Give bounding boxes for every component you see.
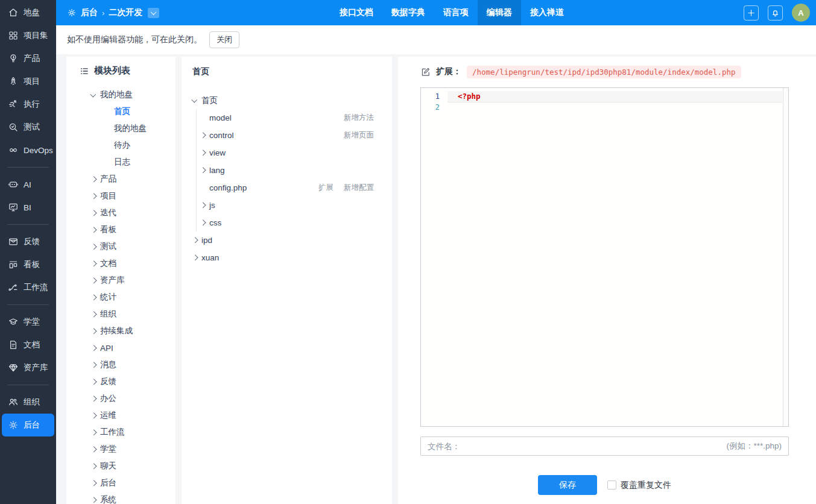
module-tree-item[interactable]: 聊天 <box>66 458 176 474</box>
module-tree-item[interactable]: 首页 <box>66 103 176 120</box>
file-tree-item[interactable]: control 新增页面 <box>197 127 392 144</box>
tab-integrate[interactable]: 接入禅道 <box>521 0 573 25</box>
overwrite-option[interactable]: 覆盖重复文件 <box>607 480 671 491</box>
monitor-icon <box>8 202 19 213</box>
notice-close-button[interactable]: 关闭 <box>209 31 239 48</box>
sidebar-item-feedback[interactable]: 反馈 <box>0 230 56 253</box>
sidebar-item-bi[interactable]: BI <box>0 196 56 219</box>
file-tree-item[interactable]: css <box>197 214 392 232</box>
sidebar-item-execution[interactable]: 执行 <box>0 93 56 116</box>
file-tree-item[interactable]: xuan <box>182 249 392 266</box>
module-tree-item[interactable]: 反馈 <box>66 373 176 390</box>
code-line[interactable]: 2 <box>421 102 788 113</box>
school-icon <box>8 317 19 327</box>
module-tree-item[interactable]: 工作流 <box>66 424 176 441</box>
file-tree: 首页 model 新增方法 <box>182 92 392 266</box>
module-tree-item[interactable]: 办公 <box>66 390 176 407</box>
save-button[interactable]: 保存 <box>538 475 597 495</box>
sidebar-item-ai[interactable]: AI <box>0 173 56 196</box>
module-tree-label: API <box>100 344 113 353</box>
file-tree-root[interactable]: 首页 <box>182 92 392 109</box>
module-tree-item[interactable]: 待办 <box>66 137 176 154</box>
sidebar-item-program[interactable]: 项目集 <box>0 24 56 47</box>
grid-icon <box>8 30 19 41</box>
breadcrumb-dropdown-toggle[interactable] <box>148 8 159 18</box>
sidebar-item-school[interactable]: 学堂 <box>0 310 56 333</box>
module-tree-item[interactable]: 迭代 <box>66 204 176 221</box>
code-line[interactable]: 1 <?php <box>421 91 788 102</box>
sidebar-divider <box>7 224 49 225</box>
sidebar-item-devops[interactable]: DevOps <box>0 139 56 162</box>
module-tree-item[interactable]: 我的地盘 <box>66 86 176 103</box>
tab-editor[interactable]: 编辑器 <box>478 0 521 25</box>
tree-chevron-icon <box>200 168 209 172</box>
module-tree-item[interactable]: 产品 <box>66 171 176 187</box>
breadcrumb-current[interactable]: 二次开发 <box>109 7 142 18</box>
file-tree-item[interactable]: model 新增方法 <box>197 109 392 127</box>
tree-action-link[interactable]: 新增页面 <box>344 130 374 140</box>
file-tree-item[interactable]: config.php 扩展 新增配置 <box>197 179 392 197</box>
sidebar-item-doc[interactable]: 文档 <box>0 333 56 356</box>
create-button[interactable] <box>744 5 759 20</box>
filename-input[interactable] <box>428 442 726 451</box>
module-tree-item[interactable]: 学堂 <box>66 441 176 458</box>
editor-scrollbar[interactable] <box>783 88 788 426</box>
sidebar-item-workflow[interactable]: 工作流 <box>0 276 56 299</box>
sidebar-item-dashboard[interactable]: 地盘 <box>0 1 56 24</box>
file-tree-item[interactable]: lang <box>197 162 392 179</box>
module-tree-item[interactable]: 看板 <box>66 221 176 238</box>
file-tree-actions: 新增页面 <box>344 130 374 140</box>
module-tree-item[interactable]: 持续集成 <box>66 323 176 339</box>
module-tree-item[interactable]: 文档 <box>66 255 176 272</box>
module-tree-item[interactable]: 运维 <box>66 407 176 424</box>
notifications-button[interactable] <box>768 5 783 20</box>
tree-chevron-icon <box>91 498 100 502</box>
tab-lang-items[interactable]: 语言项 <box>434 0 478 25</box>
file-tree-label: 首页 <box>201 95 218 106</box>
sidebar-item-admin[interactable]: 后台 <box>2 414 54 436</box>
module-tree-item[interactable]: 系统 <box>66 491 176 504</box>
tree-chevron-icon <box>91 228 100 232</box>
module-tree: 我的地盘 首页 我的地盘 <box>66 86 176 504</box>
tree-action-link[interactable]: 新增方法 <box>344 113 374 123</box>
file-tree-item[interactable]: ipd <box>182 232 392 249</box>
module-tree-item[interactable]: 后台 <box>66 474 176 491</box>
sidebar-item-project[interactable]: 项目 <box>0 70 56 93</box>
tree-chevron-icon <box>91 430 100 435</box>
file-tree-item[interactable]: js <box>197 197 392 214</box>
tree-chevron-icon <box>192 99 201 102</box>
module-tree-item[interactable]: 组织 <box>66 306 176 323</box>
overwrite-checkbox[interactable] <box>607 480 616 490</box>
tree-action-link[interactable]: 扩展 <box>318 183 334 193</box>
sidebar-item-organization[interactable]: 组织 <box>0 391 56 414</box>
sidebar-item-kanban[interactable]: 看板 <box>0 253 56 276</box>
tab-api-doc[interactable]: 接口文档 <box>331 0 382 25</box>
tree-chevron-icon <box>91 464 100 468</box>
module-tree-item[interactable]: 消息 <box>66 356 176 373</box>
sidebar-item-label: 执行 <box>24 99 40 110</box>
tab-data-dict[interactable]: 数据字典 <box>382 0 434 25</box>
module-tree-item[interactable]: API <box>66 339 176 356</box>
rocket-icon <box>8 76 19 87</box>
module-tree-label: 产品 <box>100 174 116 184</box>
tree-chevron-icon <box>200 133 209 137</box>
sidebar-item-product[interactable]: 产品 <box>0 47 56 70</box>
module-tree-item[interactable]: 项目 <box>66 187 176 204</box>
avatar[interactable]: A <box>792 4 810 22</box>
module-tree-item[interactable]: 我的地盘 <box>66 120 176 137</box>
bulb-icon <box>8 53 19 64</box>
module-tree-label: 学堂 <box>100 444 116 455</box>
line-code: <?php <box>448 91 782 102</box>
module-tree-item[interactable]: 资产库 <box>66 272 176 289</box>
sidebar-item-testing[interactable]: 测试 <box>0 116 56 139</box>
code-editor[interactable]: 1 <?php 2 <box>420 87 789 427</box>
module-tree-item[interactable]: 统计 <box>66 289 176 306</box>
sidebar-item-assets[interactable]: 资产库 <box>0 356 56 379</box>
tree-chevron-icon <box>91 295 100 300</box>
module-tree-item[interactable]: 测试 <box>66 238 176 255</box>
breadcrumb-root[interactable]: 后台 <box>81 7 98 18</box>
list-icon <box>80 66 89 76</box>
module-tree-item[interactable]: 日志 <box>66 154 176 171</box>
tree-action-link[interactable]: 新增配置 <box>344 183 374 193</box>
file-tree-item[interactable]: view <box>197 144 392 162</box>
